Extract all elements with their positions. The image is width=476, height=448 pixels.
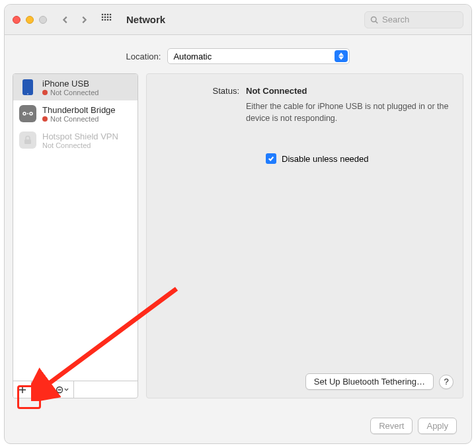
status-dot-icon [42, 116, 48, 122]
search-input[interactable]: Search [364, 11, 463, 28]
location-row: Location: Automatic [5, 35, 471, 73]
svg-point-18 [27, 93, 28, 94]
location-dropdown[interactable]: Automatic [167, 48, 350, 64]
zoom-icon[interactable] [39, 16, 47, 24]
chevron-down-icon [64, 388, 69, 391]
svg-line-13 [376, 21, 377, 23]
service-options-button[interactable] [50, 381, 74, 398]
remove-service-button[interactable] [32, 381, 50, 398]
sidebar-item-label: iPhone USB [42, 79, 99, 89]
search-placeholder: Search [382, 15, 409, 24]
sidebar-item-hotspot-shield-vpn[interactable]: Hotspot Shield VPN Not Connected [13, 127, 138, 153]
window-title: Network [126, 14, 165, 25]
sidebar-actions [13, 381, 138, 398]
service-detail: Status: Not Connected Either the cable f… [146, 73, 463, 398]
thunderbolt-icon [19, 104, 37, 123]
apply-button[interactable]: Apply [418, 418, 457, 434]
location-value: Automatic [173, 52, 212, 61]
help-button[interactable]: ? [439, 375, 454, 389]
chevron-updown-icon [335, 50, 348, 62]
checkbox-checked-icon[interactable] [266, 153, 276, 164]
sidebar-item-label: Hotspot Shield VPN [42, 131, 118, 141]
network-preferences-window: Network Search Location: Automatic [4, 4, 472, 444]
disable-unless-needed-row[interactable]: Disable unless needed [266, 153, 450, 164]
svg-point-12 [372, 17, 377, 22]
setup-bluetooth-button[interactable]: Set Up Bluetooth Tethering… [305, 373, 434, 390]
svg-point-20 [30, 112, 32, 115]
back-button[interactable] [59, 12, 72, 28]
svg-point-19 [23, 112, 26, 115]
sidebar-item-iphone-usb[interactable]: iPhone USB Not Connected [13, 74, 138, 100]
svg-point-9 [104, 19, 106, 20]
svg-point-4 [102, 16, 104, 18]
sidebar-item-label: Thunderbolt Bridge [42, 105, 116, 115]
location-label: Location: [126, 52, 161, 61]
svg-point-6 [107, 16, 109, 18]
revert-button[interactable]: Revert [370, 418, 413, 434]
add-service-button[interactable] [13, 381, 32, 398]
show-all-icon[interactable] [101, 13, 114, 26]
sidebar-item-status: Not Connected [42, 141, 91, 149]
svg-rect-22 [24, 139, 31, 144]
status-dot-icon [42, 90, 48, 95]
svg-marker-15 [338, 57, 344, 60]
svg-point-1 [104, 13, 106, 15]
status-description: Either the cable for iPhone USB is not p… [246, 101, 450, 124]
svg-point-0 [102, 13, 104, 15]
svg-rect-17 [24, 81, 32, 93]
footer-buttons: Revert Apply [370, 418, 457, 434]
svg-point-21 [27, 113, 28, 114]
window-controls [13, 16, 47, 24]
forward-button[interactable] [77, 12, 91, 28]
svg-point-7 [110, 16, 112, 18]
sidebar-item-thunderbolt-bridge[interactable]: Thunderbolt Bridge Not Connected [13, 100, 138, 127]
iphone-icon [19, 78, 37, 96]
search-icon [370, 16, 378, 24]
svg-marker-14 [338, 53, 344, 56]
minimize-icon[interactable] [26, 16, 34, 24]
services-sidebar: iPhone USB Not Connected Thunderbolt Bri… [13, 73, 138, 398]
sidebar-item-status: Not Connected [50, 115, 99, 123]
svg-point-8 [102, 19, 104, 20]
svg-point-10 [107, 19, 109, 20]
svg-point-11 [110, 19, 112, 20]
lock-icon [19, 131, 37, 149]
svg-point-2 [107, 13, 109, 15]
svg-point-5 [104, 16, 106, 18]
status-value: Not Connected [246, 86, 307, 96]
close-icon[interactable] [13, 16, 20, 24]
status-label: Status: [160, 86, 239, 96]
titlebar: Network Search [5, 5, 471, 35]
svg-point-3 [110, 13, 112, 15]
disable-label: Disable unless needed [282, 154, 369, 164]
sidebar-item-status: Not Connected [50, 89, 99, 96]
